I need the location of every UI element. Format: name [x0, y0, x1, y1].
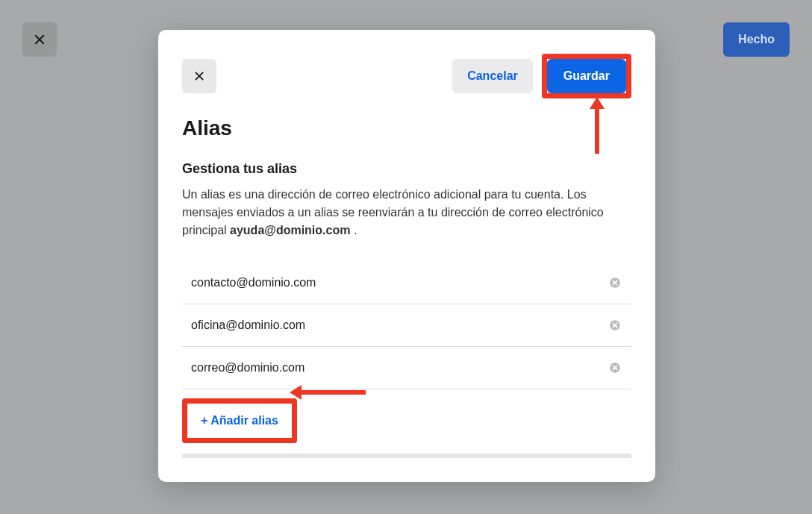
- remove-alias-button[interactable]: [608, 360, 622, 375]
- description-post: .: [350, 224, 357, 236]
- section-subtitle: Gestiona tus alias: [182, 161, 631, 177]
- alias-item: correo@dominio.com: [182, 347, 631, 389]
- alias-item: contacto@dominio.com: [182, 262, 631, 304]
- section-description: Un alias es una dirección de correo elec…: [182, 186, 631, 239]
- remove-alias-button[interactable]: [608, 318, 622, 333]
- remove-alias-button[interactable]: [608, 275, 622, 290]
- remove-circle-icon: [608, 319, 622, 332]
- add-alias-button[interactable]: + Añadir alias: [201, 414, 278, 427]
- modal-header: Cancelar Guardar: [182, 54, 631, 98]
- modal-close-button[interactable]: [182, 59, 216, 93]
- header-buttons: Cancelar Guardar: [452, 54, 631, 98]
- alias-modal: Cancelar Guardar Alias Gestiona tus alia…: [158, 30, 655, 482]
- modal-title: Alias: [182, 116, 631, 140]
- done-button[interactable]: Hecho: [723, 22, 790, 57]
- primary-email: ayuda@dominio.com: [230, 224, 350, 236]
- outer-close-button[interactable]: [22, 22, 57, 57]
- alias-email: contacto@dominio.com: [191, 276, 316, 289]
- close-icon: [33, 33, 46, 46]
- alias-item: oficina@dominio.com: [182, 304, 631, 347]
- bottom-divider: [182, 454, 631, 458]
- alias-email: oficina@dominio.com: [191, 319, 305, 332]
- alias-list: contacto@dominio.com oficina@dominio.com: [182, 262, 631, 389]
- save-button[interactable]: Guardar: [547, 59, 626, 93]
- alias-email: correo@dominio.com: [191, 361, 304, 374]
- remove-circle-icon: [608, 361, 622, 374]
- close-icon: [193, 70, 205, 82]
- add-alias-row: + Añadir alias: [182, 398, 631, 443]
- remove-circle-icon: [608, 276, 622, 289]
- save-button-highlight: Guardar: [542, 54, 631, 98]
- add-alias-highlight: + Añadir alias: [182, 398, 297, 443]
- cancel-button[interactable]: Cancelar: [452, 59, 533, 93]
